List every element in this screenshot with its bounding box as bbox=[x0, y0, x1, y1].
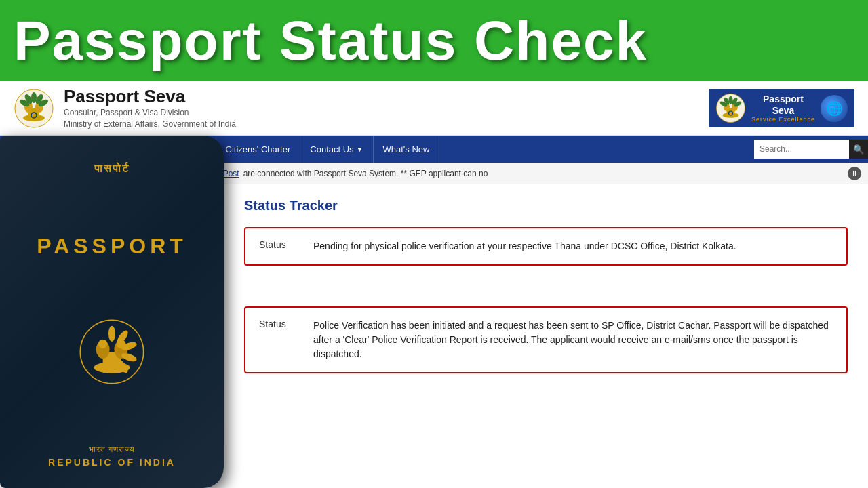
search-button[interactable]: 🔍 bbox=[849, 140, 868, 159]
logo-text1: Passport bbox=[763, 94, 804, 105]
dropdown-arrow-icon: ▼ bbox=[357, 146, 363, 153]
top-banner: Passport Status Check bbox=[0, 0, 868, 81]
status-text-1: Pending for physical police verification… bbox=[313, 239, 736, 253]
svg-point-36 bbox=[108, 326, 115, 342]
site-name: Passport Seva bbox=[64, 86, 236, 107]
banner-title: Passport Status Check bbox=[14, 13, 648, 68]
header-logo-right: Passport Seva Service Excellence 🌐 bbox=[709, 89, 854, 127]
nav-contact-us[interactable]: Contact Us ▼ bbox=[300, 136, 373, 163]
header-text: Passport Seva Consular, Passport & Visa … bbox=[64, 86, 236, 130]
svg-point-31 bbox=[98, 340, 107, 348]
search-input[interactable] bbox=[754, 140, 849, 159]
header-emblem-icon bbox=[715, 93, 746, 123]
status-label-1: Status bbox=[259, 239, 300, 250]
website-area: Passport Seva Consular, Passport & Visa … bbox=[0, 81, 868, 488]
passport-book: पासपोर्ट PASSPORT bbox=[0, 184, 224, 488]
tagline1: Consular, Passport & Visa Division bbox=[64, 107, 236, 119]
ticker-text-after: are connected with Passport Seva System.… bbox=[243, 169, 488, 178]
passport-hindi-bottom: भारत गणराज्य bbox=[48, 445, 176, 454]
passport-overlay: पासपोर्ट PASSPORT bbox=[0, 184, 224, 488]
logo-sub: Service Excellence bbox=[751, 116, 815, 123]
passport-seva-logo: Passport Seva Service Excellence bbox=[751, 94, 815, 123]
content-area: पासपोर्ट PASSPORT bbox=[0, 184, 868, 488]
main-content: Status Tracker Status Pending for physic… bbox=[224, 184, 868, 488]
nav-citizens-charter[interactable]: Citizens' Charter bbox=[216, 136, 301, 163]
passport-bottom-text: भारत गणराज्य REPUBLIC OF INDIA bbox=[48, 445, 176, 468]
ticker-pause-button[interactable]: ⏸ bbox=[848, 167, 861, 180]
nav-search-container: 🔍 bbox=[754, 140, 868, 159]
header-left: Passport Seva Consular, Passport & Visa … bbox=[14, 86, 236, 130]
status-box-2: Status Police Verification has been init… bbox=[244, 306, 848, 373]
status-label-2: Status bbox=[259, 319, 300, 329]
nav-whats-new[interactable]: What's New bbox=[374, 136, 440, 163]
globe-icon: 🌐 bbox=[821, 95, 848, 122]
india-emblem-icon bbox=[14, 88, 54, 129]
spacer bbox=[244, 279, 848, 306]
status-text-2: Police Verification has been initiated a… bbox=[313, 319, 833, 361]
passport-emblem-icon bbox=[78, 318, 146, 386]
tagline2: Ministry of External Affairs, Government… bbox=[64, 119, 236, 130]
logo-text2: Seva bbox=[772, 105, 795, 117]
section-title: Status Tracker bbox=[244, 198, 848, 214]
status-box-1: Status Pending for physical police verif… bbox=[244, 227, 848, 266]
passport-word: PASSPORT bbox=[37, 234, 187, 259]
passport-republic-text: REPUBLIC OF INDIA bbox=[48, 457, 176, 468]
site-header: Passport Seva Consular, Passport & Visa … bbox=[0, 81, 868, 136]
